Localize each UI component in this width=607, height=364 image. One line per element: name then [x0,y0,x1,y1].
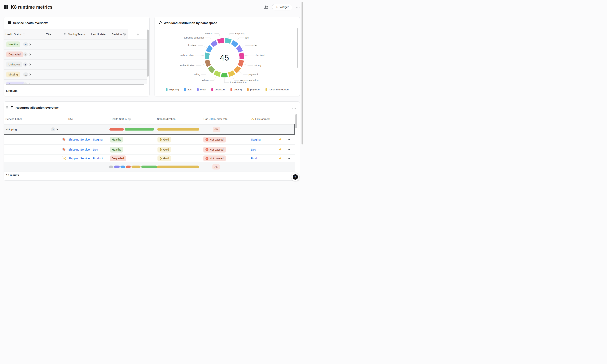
donut-segment-authorization[interactable] [207,53,207,59]
legend-item-payment[interactable]: payment [247,88,260,91]
donut-segment-checkout[interactable] [241,53,242,59]
chart-legend: shippingadsordercheckoutpricingpaymentre… [154,88,300,91]
dashboard-icon [4,5,9,10]
donut-segment-wish-list[interactable] [218,40,224,42]
legend-item-recommendation[interactable]: recommendation [265,88,289,91]
row-menu-icon[interactable] [287,149,290,150]
column-service-label[interactable]: Service Label [5,114,22,124]
legend-item-shipping[interactable]: shipping [166,88,179,91]
environment-link[interactable]: Dev [251,148,256,151]
donut-segment-pricing[interactable] [240,60,242,66]
group-row-shipping[interactable]: shipping 3 0% [4,124,295,135]
service-health-rows: Healthy 24 Degraded 6 Unknown 1 Missing … [4,39,147,84]
donut-label-payment: payment [248,73,258,76]
add-column-button[interactable] [128,29,147,39]
donut-segment-recommendation[interactable] [229,72,234,75]
donut-segment-rating[interactable] [210,67,214,71]
donut-segment-fraud-detection[interactable] [221,75,227,75]
chevron-right-icon[interactable] [29,63,31,66]
vertical-scrollbar[interactable] [297,28,298,68]
column-health-status[interactable]: Health Status [110,114,131,124]
donut-segment-payment[interactable] [235,67,239,71]
table-row[interactable]: Shipping Service – Producti… Degraded Go… [4,155,295,162]
legend-swatch [265,88,267,91]
legend-swatch [197,88,199,91]
label-line [229,34,234,38]
count-badge: 10 [23,73,28,77]
table-row[interactable]: Shipping Service – Dev Healthy Gold Not … [4,145,295,155]
lightning-bolt-icon[interactable] [279,138,281,141]
column-title[interactable]: Title [46,29,51,39]
donut-segment-frontend[interactable] [208,47,211,52]
chevron-right-icon[interactable] [29,53,31,56]
bar-segment [109,166,113,168]
status-badge: Unknown [6,62,22,67]
lightning-bolt-icon[interactable] [279,148,281,151]
label-line [236,38,244,41]
table-row[interactable]: Missing 10 [4,70,147,80]
add-column-button[interactable] [283,114,287,124]
column-title[interactable]: Title [68,114,73,124]
horizontal-scrollbar[interactable] [6,84,144,85]
legend-item-pricing[interactable]: pricing [231,88,242,91]
donut-label-pricing: pricing [254,64,261,67]
row-menu-icon[interactable] [287,139,290,140]
drag-handle-icon[interactable] [6,106,8,109]
service-link[interactable]: Shipping Service – Staging [68,138,103,141]
lightning-bolt-icon[interactable] [279,157,281,160]
donut-label-rating: rating [194,73,200,76]
chevron-down-icon[interactable] [56,129,58,130]
environment-link[interactable]: Prod [251,157,257,160]
shared-users-icon[interactable] [264,5,268,9]
column-last-update[interactable]: Last Update [91,29,106,39]
donut-segment-ads[interactable] [232,42,237,46]
table-row[interactable]: Degraded 6 [4,50,147,60]
service-link[interactable]: Shipping Service – Dev [68,148,98,151]
medal-icon [160,148,162,151]
donut-segment-shipping[interactable] [225,40,231,42]
service-link[interactable]: Shipping Service – Producti… [68,157,106,160]
column-environment[interactable]: Environment [251,114,270,124]
circle-x-icon [206,138,208,141]
card-more-menu-icon[interactable] [292,106,296,109]
page-more-menu-icon[interactable] [296,6,300,8]
legend-item-order[interactable]: order [197,88,207,91]
environment-link[interactable]: Staging [251,138,261,141]
legend-label: pricing [234,88,242,91]
health-status-badge: Degraded [110,156,126,161]
label-line [205,38,213,41]
count-badge: 1 [23,63,28,67]
label-line [196,64,205,65]
help-button[interactable]: ? [291,173,300,181]
page-scrollbar[interactable] [302,2,303,144]
legend-item-checkout[interactable]: checkout [211,88,225,91]
column-revision[interactable]: Revision [111,29,126,39]
donut-segment-authentication[interactable] [207,60,209,66]
row-menu-icon[interactable] [287,158,290,159]
bar-segment [110,128,124,131]
column-owning-teams[interactable]: Owning Teams [64,29,85,39]
donut-segment-order[interactable] [238,47,241,52]
legend-item-ads[interactable]: ads [184,88,192,91]
donut-segment-admin[interactable] [215,72,220,75]
column-health-status[interactable]: Health Status [5,29,25,39]
team-icon [64,33,67,35]
column-standardization[interactable]: Standardization [157,114,176,124]
column-error-rate[interactable]: Has <15% error rate [204,114,228,124]
add-widget-button[interactable]: + Widget [272,4,292,10]
table-row[interactable]: Unknown 1 [4,60,147,70]
vertical-scrollbar[interactable] [147,29,149,77]
medal-icon [160,138,162,141]
chevron-right-icon[interactable] [29,73,31,76]
donut-segment-currency-converter[interactable] [212,42,217,46]
table-row[interactable]: Shipping Service – Staging Healthy Gold … [4,135,295,145]
page-title: K8 runtime metrics [11,4,53,10]
table-row[interactable]: Healthy 24 [4,39,147,50]
table-row[interactable]: Suspended 1 [4,80,147,84]
donut-label-authentication: authentication [180,64,195,67]
argo-cd-icon [62,137,66,142]
bar-segment [114,166,120,168]
vertical-scrollbar[interactable] [295,114,297,128]
chevron-right-icon[interactable] [29,43,31,46]
label-line [198,45,207,48]
